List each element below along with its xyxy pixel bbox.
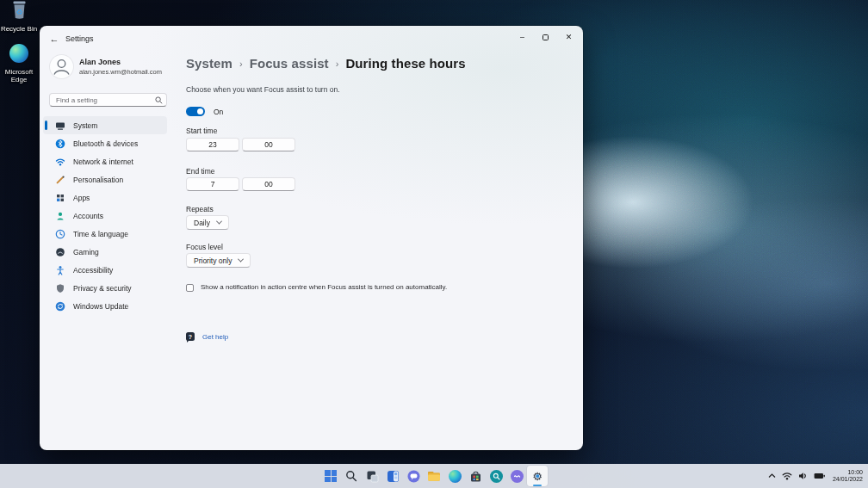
repeats-label: Repeats — [186, 205, 214, 213]
end-time-minute-field[interactable]: 00 — [242, 177, 295, 191]
profile-name: Alan Jones — [79, 58, 121, 66]
microsoft-store-button[interactable] — [465, 466, 486, 486]
chat-button[interactable] — [403, 466, 424, 486]
focus-assist-hours-page: System › Focus assist › During these hou… — [186, 26, 574, 450]
taskbar-app-icons: ⚙ — [320, 466, 548, 486]
person-icon — [50, 55, 73, 78]
microsoft-edge-shortcut[interactable]: Microsoft Edge — [0, 44, 38, 83]
start-time-fields: 23 00 — [186, 138, 298, 151]
sidebar-item-personalisation[interactable]: Personalisation — [43, 170, 167, 188]
file-explorer-button[interactable] — [424, 466, 444, 486]
volume-tray-button[interactable] — [798, 472, 808, 480]
sidebar-item-time-language[interactable]: Time & language — [43, 225, 167, 243]
sidebar-item-label: Accessibility — [73, 266, 113, 275]
window-title: Settings — [65, 34, 94, 43]
notification-checkbox[interactable] — [186, 284, 194, 292]
sidebar-item-bluetooth-devices[interactable]: Bluetooth & devices — [43, 134, 167, 152]
sidebar-item-system[interactable]: System — [43, 116, 167, 134]
speaker-icon — [798, 472, 808, 480]
selected-indicator — [45, 120, 47, 130]
clock-globe-icon — [55, 229, 65, 239]
windows-logo-icon — [325, 470, 337, 482]
sidebar-item-label: Network & internet — [73, 158, 133, 166]
widgets-button[interactable] — [382, 466, 403, 486]
sidebar-item-network-internet[interactable]: Network & internet — [43, 152, 167, 170]
cortana-ring-icon — [511, 470, 524, 483]
end-time-fields: 7 00 — [186, 177, 298, 191]
chevron-down-icon — [238, 256, 244, 263]
wifi-tray-button[interactable] — [782, 472, 792, 480]
desktop-icon-list: ♻ Recycle Bin Microsoft Edge — [0, 0, 38, 95]
hidden-icons-chevron-button[interactable] — [768, 473, 776, 479]
sidebar-item-label: Time & language — [73, 230, 128, 238]
settings-app-button[interactable]: ⚙ — [527, 466, 548, 486]
accessibility-person-icon — [55, 265, 65, 275]
search-input[interactable] — [49, 93, 167, 107]
gear-icon: ⚙ — [531, 470, 544, 483]
bluetooth-icon — [55, 139, 65, 149]
account-person-icon — [55, 211, 65, 221]
edge-button[interactable] — [444, 466, 465, 486]
start-time-label: Start time — [186, 127, 217, 135]
system-tray: 10:00 24/01/2022 — [762, 464, 863, 488]
xbox-icon — [55, 247, 65, 257]
sidebar-item-accounts[interactable]: Accounts — [43, 207, 167, 225]
breadcrumb-system[interactable]: System — [186, 56, 232, 71]
battery-icon — [814, 473, 825, 479]
chat-bubble-icon — [407, 470, 420, 483]
start-time-minute-field[interactable]: 00 — [242, 138, 295, 151]
update-arrows-icon — [55, 301, 65, 312]
avatar[interactable] — [50, 55, 73, 78]
schedule-toggle[interactable] — [186, 107, 205, 116]
cortana-button[interactable] — [506, 466, 527, 486]
repeats-value: Daily — [194, 219, 210, 227]
start-button[interactable] — [320, 466, 341, 486]
end-time-label: End time — [186, 167, 215, 176]
sidebar-item-privacy-security[interactable]: Privacy & security — [43, 279, 167, 297]
focus-level-dropdown[interactable]: Priority only — [186, 253, 251, 268]
wifi-icon — [55, 157, 65, 167]
sidebar-item-label: Bluetooth & devices — [73, 139, 138, 148]
paintbrush-icon — [55, 175, 65, 185]
toggle-state-label: On — [214, 108, 223, 116]
task-view-icon — [366, 470, 379, 483]
task-view-button[interactable] — [362, 466, 382, 486]
end-time-hour-field[interactable]: 7 — [186, 177, 239, 191]
sidebar-item-gaming[interactable]: Gaming — [43, 243, 167, 261]
desktop-icon-label: Recycle Bin — [0, 25, 38, 33]
sidebar-item-accessibility[interactable]: Accessibility — [43, 261, 167, 279]
recycle-bin-shortcut[interactable]: ♻ Recycle Bin — [0, 0, 38, 33]
notification-checkbox-label: Show a notification in action centre whe… — [201, 283, 447, 293]
shield-icon — [55, 283, 65, 293]
sidebar-item-apps[interactable]: Apps — [43, 188, 167, 207]
sidebar-item-windows-update[interactable]: Windows Update — [43, 297, 167, 315]
get-help-row: ? Get help — [186, 332, 228, 341]
focus-level-value: Priority only — [194, 256, 232, 265]
chevron-right-icon: › — [336, 58, 339, 69]
sidebar-item-label: Privacy & security — [73, 284, 132, 293]
taskbar-search-button[interactable] — [341, 466, 362, 486]
breadcrumb-focus-assist[interactable]: Focus assist — [250, 56, 329, 71]
get-help-icon: ? — [186, 332, 195, 341]
repeats-dropdown[interactable]: Daily — [186, 215, 229, 230]
chevron-down-icon — [216, 219, 222, 225]
breadcrumb: System › Focus assist › During these hou… — [186, 56, 466, 71]
search-app-button[interactable] — [486, 466, 506, 486]
settings-sidebar: System Bluetooth & devices Network & int… — [43, 116, 167, 315]
tray-time: 10:00 — [847, 469, 863, 475]
edge-icon — [449, 470, 462, 483]
sidebar-item-label: Apps — [73, 194, 90, 202]
page-description: Choose when you want Focus assist to tur… — [186, 85, 340, 94]
page-title: During these hours — [345, 56, 465, 71]
search-icon — [345, 470, 357, 482]
back-button[interactable]: ← — [48, 33, 60, 45]
chevron-up-icon — [768, 473, 776, 479]
battery-tray-button[interactable] — [814, 473, 825, 479]
sidebar-item-label: Gaming — [73, 248, 99, 256]
notification-checkbox-row: Show a notification in action centre whe… — [186, 283, 447, 293]
svg-text:♻: ♻ — [16, 8, 22, 16]
start-time-hour-field[interactable]: 23 — [186, 138, 239, 151]
desktop-icon-label: Microsoft Edge — [0, 68, 38, 83]
get-help-link[interactable]: Get help — [202, 333, 228, 341]
taskbar-clock[interactable]: 10:00 24/01/2022 — [833, 469, 863, 484]
